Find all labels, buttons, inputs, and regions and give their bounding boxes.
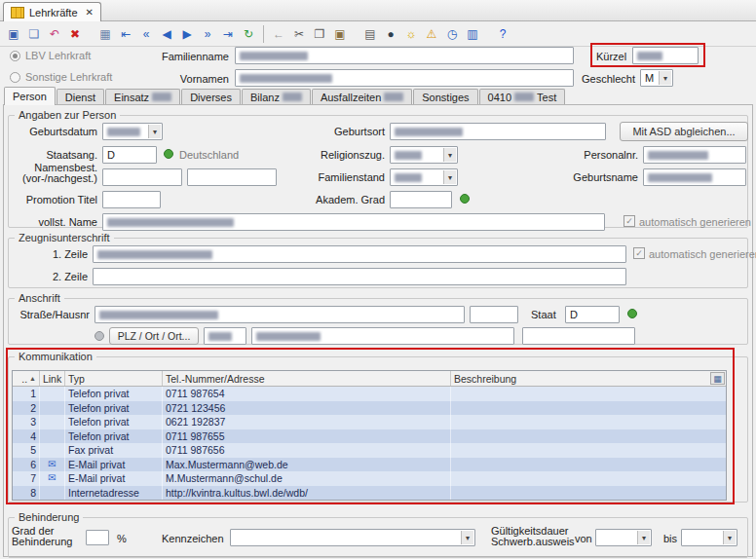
ort-field[interactable] <box>251 327 514 345</box>
kommunikation-row[interactable]: 8Internetadressehttp://kvintra.kultus.bw… <box>13 486 726 501</box>
geschlecht-select[interactable]: M ▾ <box>640 69 673 87</box>
tab-dienst[interactable]: Dienst <box>57 89 104 105</box>
chevron-down-icon[interactable]: ▾ <box>443 148 456 162</box>
kuerzel-field[interactable] <box>632 47 699 64</box>
toolbar-gap <box>86 33 94 34</box>
plz-ort-button[interactable]: PLZ / Ort / Ort... <box>109 327 199 345</box>
zeile1-field[interactable] <box>93 245 626 263</box>
kommunikation-row[interactable]: 7✉E-Mail privatM.Mustermann@schul.de <box>13 471 726 486</box>
tab-diverses[interactable]: Diverses <box>181 89 241 105</box>
row-number-cell: 4 <box>13 429 40 444</box>
adresse-cell: Max.Mustermann@web.de <box>163 458 451 472</box>
schedule-icon[interactable]: ▥ <box>463 24 482 44</box>
warning-icon[interactable]: ⚠ <box>422 24 441 44</box>
prev-page-icon[interactable]: « <box>136 24 156 44</box>
tab-ausfallzeiten[interactable]: Ausfallzeiten <box>312 89 412 105</box>
beschreibung-cell <box>451 401 726 416</box>
chevron-down-icon[interactable]: ▾ <box>443 170 456 184</box>
print-icon[interactable]: ▤ <box>360 24 380 44</box>
column-header-link[interactable]: Link <box>40 371 65 386</box>
delete-record-icon[interactable]: ✖ <box>65 24 85 44</box>
clock-icon[interactable]: ◷ <box>442 24 462 44</box>
geburtsname-field[interactable] <box>643 168 746 186</box>
promotion-titel-field[interactable] <box>102 191 161 208</box>
von-date-select[interactable]: ▾ <box>595 529 652 546</box>
undo-icon[interactable]: ↶ <box>45 24 64 44</box>
staat-field[interactable]: D <box>565 306 620 323</box>
kommunikation-row[interactable]: 4Telefon privat0711 987655 <box>13 429 726 444</box>
geburtsort-field[interactable] <box>390 123 606 140</box>
back-icon[interactable]: ← <box>269 24 288 44</box>
kennzeichen-select[interactable]: ▾ <box>230 529 475 546</box>
familienstand-select[interactable]: ▾ <box>390 168 458 186</box>
zeile2-field[interactable] <box>93 268 626 285</box>
first-record-icon[interactable]: ⇤ <box>116 24 135 44</box>
radio-sonstige-lehrkraft[interactable] <box>10 72 20 83</box>
staatsang-field[interactable]: D <box>102 146 157 164</box>
vollst-name-field[interactable] <box>102 213 605 231</box>
tab-0410[interactable]: 0410Test <box>479 89 566 105</box>
grad-behinderung-field[interactable] <box>86 530 109 545</box>
last-record-icon[interactable]: ⇥ <box>218 24 238 44</box>
column-header-adresse[interactable]: Tel.-Nummer/Adresse <box>163 371 451 386</box>
table-settings-icon[interactable]: ▦ <box>710 372 725 385</box>
tab-einsatz[interactable]: Einsatz <box>105 89 180 105</box>
chevron-down-icon[interactable]: ▾ <box>461 531 473 544</box>
bis-date-select[interactable]: ▾ <box>681 529 737 546</box>
tab-person[interactable]: Person <box>4 87 56 105</box>
paste-icon[interactable]: ▣ <box>330 24 350 44</box>
akad-grad-field[interactable] <box>390 191 452 208</box>
chevron-down-icon[interactable]: ▾ <box>723 531 736 544</box>
radio-lbv-lehrkraft[interactable] <box>10 51 20 61</box>
hausnr-zusatz-field[interactable] <box>470 306 518 323</box>
namensbest-vor-field[interactable] <box>102 168 182 186</box>
auto-generieren-checkbox[interactable]: ✓ <box>633 247 645 259</box>
chevron-down-icon[interactable]: ▾ <box>148 125 161 138</box>
chevron-down-icon[interactable]: ▾ <box>659 71 671 85</box>
bis-label: bis <box>663 533 677 544</box>
copy-icon[interactable]: ❐ <box>310 24 329 44</box>
tab-strip: PersonDienstEinsatzDiversesBilanzAusfall… <box>4 87 566 105</box>
document-tab-lehrkraefte[interactable]: Lehrkräfte ✕ <box>3 2 101 21</box>
strasse-field[interactable] <box>94 306 465 323</box>
auto-generieren-checkbox[interactable]: ✓ <box>624 215 635 227</box>
refresh-icon[interactable]: ↻ <box>239 24 258 44</box>
cut-icon[interactable]: ✂ <box>289 24 309 44</box>
help-icon[interactable]: ? <box>493 24 512 44</box>
save-icon[interactable]: ▣ <box>4 24 23 44</box>
namensbest-nach-field[interactable] <box>187 168 277 186</box>
auto-generieren-label: automatisch generieren <box>639 216 751 228</box>
tab-sonstiges[interactable]: Sonstiges <box>413 89 477 105</box>
close-icon[interactable]: ✕ <box>86 7 94 18</box>
plz-field[interactable] <box>204 327 246 345</box>
column-header-beschreibung[interactable]: Beschreibung <box>451 371 726 386</box>
prev-record-icon[interactable]: ◀ <box>157 24 176 44</box>
familienname-field[interactable] <box>235 47 574 64</box>
chevron-down-icon[interactable]: ▾ <box>637 531 650 544</box>
blurred-value <box>256 332 321 341</box>
tab-bilanz[interactable]: Bilanz <box>242 89 311 105</box>
blurred-value <box>648 151 708 160</box>
blurred-value <box>283 93 302 101</box>
bulb-icon[interactable]: ☼ <box>401 24 421 44</box>
kommunikation-row[interactable]: 1Telefon privat0711 987654 <box>13 387 726 401</box>
ortsteil-field[interactable] <box>522 327 635 345</box>
kommunikation-row[interactable]: 3Telefon privat0621 192837 <box>13 415 726 429</box>
vornamen-field[interactable] <box>235 69 574 87</box>
kommunikation-row[interactable]: 5Fax privat0711 987656 <box>13 443 726 458</box>
kommunikation-row[interactable]: 2Telefon privat0721 123456 <box>13 401 726 416</box>
next-record-icon[interactable]: ▶ <box>177 24 197 44</box>
save-all-icon[interactable]: ❏ <box>24 24 44 44</box>
personalnr-field[interactable] <box>643 146 746 164</box>
column-header-typ[interactable]: Typ <box>65 371 163 386</box>
lehrkraefte-window: { "doc_tab": { "title": "Lehrkräfte", "c… <box>0 0 756 559</box>
table-view-icon[interactable]: ▦ <box>95 24 115 44</box>
mit-asd-abgleichen-button[interactable]: Mit ASD abgleichen... <box>620 122 748 141</box>
next-page-icon[interactable]: » <box>198 24 217 44</box>
comment-icon[interactable]: ● <box>381 24 400 44</box>
column-header-nr[interactable]: .. ▲ <box>13 371 40 386</box>
geburtsdatum-field[interactable]: ▾ <box>102 123 163 140</box>
kommunikation-row[interactable]: 6✉E-Mail privatMax.Mustermann@web.de <box>13 458 726 472</box>
personalnr-label: Personalnr. <box>546 149 638 161</box>
religionszug-select[interactable]: ▾ <box>390 146 458 164</box>
